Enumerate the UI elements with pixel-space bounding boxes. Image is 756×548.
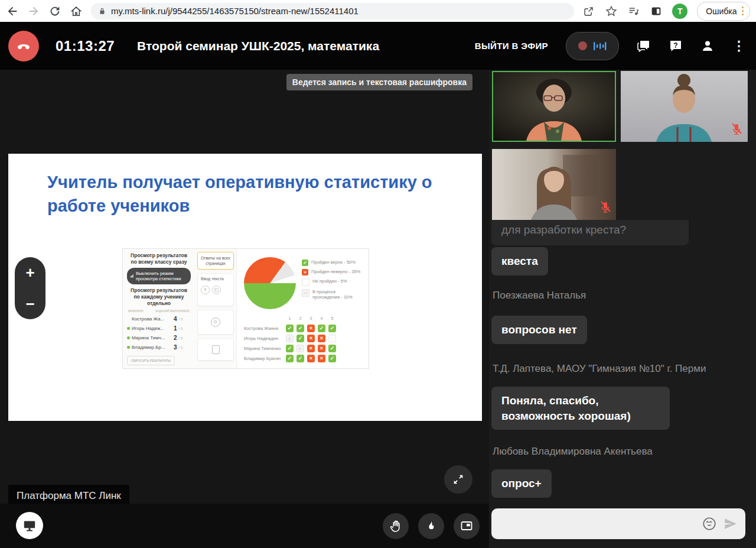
student-row: Марина Тимч...2/ 5 (127, 335, 191, 341)
bar-chart-icon (131, 274, 133, 278)
student-row: Кострова Жа...4/ 5 (127, 316, 191, 322)
chat-icon[interactable] (637, 39, 651, 53)
app-window: my.mts-link.ru/j/9544255/1463575150/stre… (0, 0, 756, 548)
monitor-icon (22, 518, 37, 533)
table-row: Кострова Жанна✓✓×✓✓ (244, 323, 364, 333)
sidebar: для разработки креста? квеста Поезжаева … (489, 70, 756, 548)
pip-button[interactable] (454, 513, 480, 539)
session-timer: 01:13:27 (56, 38, 115, 54)
side-panel-icon[interactable] (650, 5, 663, 18)
share-icon[interactable] (582, 5, 595, 18)
reload-icon[interactable] (48, 5, 61, 18)
legend-inprogress-icon: ○ (302, 289, 309, 297)
students-columns: ФАМИЛИЯЗАДАНИЙ ВЫПОЛНЕНО (128, 309, 190, 313)
chat-message-bubble: вопросов нет (491, 316, 587, 344)
pip-icon (460, 519, 474, 533)
browser-error-button[interactable]: Ошибка (697, 2, 750, 21)
lock-icon (98, 7, 106, 15)
go-live-button[interactable]: ВЫЙТИ В ЭФИР (475, 41, 548, 51)
webinar-title: Второй семинар УШК-2025, математика (137, 39, 379, 53)
profile-avatar[interactable]: T (672, 4, 687, 19)
help-icon[interactable]: ? (669, 39, 683, 53)
chat-message-bubble: квеста (491, 247, 548, 275)
zoom-controls: + − (15, 257, 45, 319)
legend-notpassed-icon (302, 278, 309, 286)
online-dot-icon (127, 346, 130, 349)
table-row: Игорь Надеждин○✓×× (244, 333, 364, 343)
image-tool-icon (212, 286, 221, 294)
student-row: Владимир Бр...3/ 5 (127, 344, 191, 351)
student-row: Игорь Надеж...1/ 5 (127, 325, 191, 332)
svg-text:?: ? (673, 41, 677, 49)
gear-icon (211, 317, 220, 327)
chat-input-wrap (491, 508, 745, 539)
file-card (197, 338, 234, 361)
legend-failed-icon: × (302, 269, 308, 275)
recording-badge: Ведется запись и текстовая расшифровка (286, 74, 472, 90)
browser-error-label: Ошибка (706, 7, 737, 16)
more-options-icon[interactable]: ⋮ (732, 39, 745, 53)
text-tool-icon: T (201, 286, 210, 294)
video-tile-participant[interactable] (621, 71, 748, 142)
chat-author: Поезжаева Наталья (493, 290, 586, 301)
slide: Учитель получает оперативную статистику … (8, 154, 482, 421)
chat-message-bubble: опрос+ (491, 469, 552, 498)
bottom-toolbar (0, 504, 489, 548)
recording-toggle[interactable] (566, 32, 619, 60)
webinar-header: 01:13:27 Второй семинар УШК-2025, матема… (0, 22, 756, 70)
phone-hangup-icon (15, 38, 32, 54)
pie-legend: ✓Пройден верно - 50% ×Пройден неверно - … (302, 260, 364, 300)
slide-title: Учитель получает оперативную статистику … (47, 170, 437, 218)
zoom-in-button[interactable]: + (15, 261, 45, 284)
pie-chart (244, 257, 296, 309)
settings-card (197, 310, 234, 335)
expand-icon (452, 473, 465, 486)
online-dot-icon (127, 336, 130, 339)
legend-passed-icon: ✓ (302, 260, 308, 266)
shot-results-panel: ✓Пройден верно - 50% ×Пройден неверно - … (236, 249, 369, 368)
browser-actions: T Ошибка (582, 2, 750, 21)
stats-mode-label: Выключить режим просмотра статистики (136, 271, 187, 281)
stats-mode-button: Выключить режим просмотра статистики (127, 268, 191, 284)
send-icon[interactable] (723, 516, 738, 531)
text-input-card: Ввод текста T (197, 273, 234, 306)
shot-left-panel: Просмотр результатов по всему классу сра… (123, 249, 195, 368)
record-dot-icon (578, 41, 587, 50)
answers-card: Ответы на всех страницах (197, 252, 234, 270)
emoji-icon[interactable] (702, 516, 717, 531)
screen-share-button[interactable] (16, 512, 43, 539)
reactions-button[interactable] (418, 513, 444, 539)
video-tile-participant[interactable] (492, 149, 616, 220)
view-each-label: Просмотр результатов по каждому ученику … (127, 287, 191, 306)
slide-screenshot: Просмотр результатов по всему классу сра… (122, 248, 369, 369)
browser-menu-icon (742, 7, 744, 16)
browser-toolbar: my.mts-link.ru/j/9544255/1463575150/stre… (0, 0, 756, 22)
fullscreen-button[interactable] (444, 465, 472, 494)
forward-icon[interactable] (27, 5, 40, 18)
url-text: my.mts-link.ru/j/9544255/1463575150/stre… (111, 6, 359, 16)
results-table: 12345 Кострова Жанна✓✓×✓✓ Игорь Надеждин… (244, 313, 364, 364)
chat-message-bubble: Поняла, спасибо, возможность хорошая) (491, 387, 670, 430)
hand-icon (389, 519, 403, 533)
media-controls-icon[interactable] (627, 5, 640, 18)
bookmark-star-icon[interactable] (605, 5, 618, 18)
table-row: Владимир Брагин✓✓××✓ (244, 354, 364, 364)
back-icon[interactable] (6, 5, 19, 18)
chat-author: Любовь Владимировна Акентьева (493, 446, 653, 458)
hangup-button[interactable] (8, 31, 39, 61)
raise-hand-button[interactable] (383, 513, 409, 539)
participants-icon[interactable] (700, 39, 715, 53)
home-icon[interactable] (70, 5, 83, 18)
zoom-out-button[interactable]: − (15, 292, 45, 316)
fire-icon (425, 520, 438, 533)
online-dot-icon (127, 327, 130, 330)
presentation-stage: Ведется запись и текстовая расшифровка У… (0, 70, 489, 504)
chat-input[interactable] (498, 518, 696, 530)
view-all-label: Просмотр результатов по всему классу сра… (127, 252, 191, 265)
file-icon (212, 345, 220, 354)
waveform-icon (592, 40, 607, 53)
reset-results-button: СБРОСИТЬ РЕЗУЛЬТАТЫ (127, 356, 175, 365)
chat-author: Т.Д. Лаптева, МАОУ "Гимназия №10" г. Пер… (493, 363, 706, 375)
url-bar[interactable]: my.mts-link.ru/j/9544255/1463575150/stre… (91, 3, 574, 20)
video-tile-speaker[interactable] (492, 71, 616, 142)
